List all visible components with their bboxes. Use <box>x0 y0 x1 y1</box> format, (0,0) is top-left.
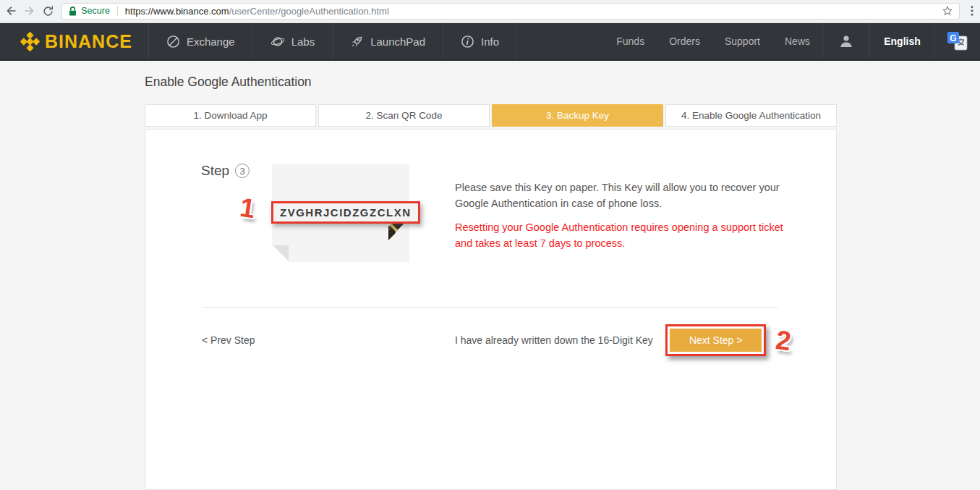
binance-diamond-icon <box>20 32 40 51</box>
binance-logo[interactable]: BINANCE <box>20 23 132 59</box>
binance-navbar: BINANCE Exchange Labs LaunchPad <box>0 23 980 61</box>
menu-item-labs[interactable]: Labs <box>252 23 333 59</box>
menu-item-info[interactable]: Info <box>443 23 517 59</box>
next-step-button[interactable]: Next Step > <box>670 329 762 352</box>
back-arrow-icon <box>4 4 17 17</box>
menu-item-exchange[interactable]: Exchange <box>148 23 252 59</box>
url-path: /userCenter/googleAuthentication.html <box>229 6 389 17</box>
menu-item-news[interactable]: News <box>772 23 822 59</box>
bookmark-star-icon[interactable] <box>942 5 953 17</box>
omnibox-divider <box>117 6 118 16</box>
language-label: English <box>884 35 921 47</box>
browser-menu-button[interactable] <box>964 1 980 21</box>
paper-fold-cut <box>272 245 289 262</box>
forward-arrow-icon <box>23 4 36 17</box>
menu-item-label: LaunchPad <box>370 35 425 48</box>
menu-item-funds[interactable]: Funds <box>604 23 657 59</box>
lock-icon <box>68 6 77 17</box>
next-step-group: I have already written down the 16-Digit… <box>455 324 791 356</box>
translate-icon: G <box>947 31 968 51</box>
url-text: https://www.binance.com/userCenter/googl… <box>125 6 389 17</box>
info-icon <box>461 35 474 48</box>
exchange-icon <box>166 35 180 48</box>
step-tabs: 1. Download App 2. Scan QR Code 3. Backu… <box>145 104 837 127</box>
reload-button[interactable] <box>41 1 56 21</box>
reset-warning: Resetting your Google Authentication req… <box>455 219 788 252</box>
next-annotation-box: Next Step > <box>665 324 767 356</box>
step-heading: Step 3 <box>201 163 250 179</box>
page-title: Enable Google Authentication <box>145 75 312 90</box>
tab-scan-qr-code[interactable]: 2. Scan QR Code <box>318 104 490 127</box>
address-bar[interactable]: Secure https://www.binance.com/userCente… <box>61 3 960 20</box>
divider <box>202 307 778 308</box>
key-annotation-box: ZVGHRJCIDZGZCLXN <box>271 201 420 224</box>
svg-text:G: G <box>950 33 956 43</box>
menu-item-orders[interactable]: Orders <box>657 23 712 59</box>
menu-item-label: Exchange <box>187 35 235 48</box>
reload-icon <box>42 5 54 17</box>
brand-name: BINANCE <box>45 31 132 52</box>
main-menu: Exchange Labs LaunchPad Info <box>148 23 517 59</box>
labs-icon <box>270 35 285 48</box>
menu-item-label: Labs <box>291 35 315 48</box>
secure-label: Secure <box>81 6 110 16</box>
translate-button[interactable]: G <box>935 23 980 59</box>
navbar-right: Funds Orders Support News English G <box>604 23 980 59</box>
menu-item-label: Orders <box>669 35 700 47</box>
back-button[interactable] <box>3 1 19 21</box>
tab-backup-key[interactable]: 3. Backup Key <box>492 104 663 127</box>
language-selector[interactable]: English <box>870 23 935 59</box>
confirm-written-text: I have already written down the 16-Digit… <box>455 334 653 346</box>
url-host: https://www.binance.com <box>125 6 229 17</box>
annotation-marker-1: 1 <box>239 194 257 223</box>
annotation-marker-2: 2 <box>775 326 793 355</box>
save-key-instruction: Please save this Key on paper. This Key … <box>455 179 782 212</box>
step-word: Step <box>201 163 229 179</box>
menu-item-label: Info <box>481 35 499 48</box>
forward-button[interactable] <box>22 1 38 21</box>
menu-item-label: News <box>785 35 810 47</box>
user-icon <box>838 33 855 50</box>
footer-actions: < Prev Step I have already written down … <box>202 322 791 358</box>
backup-key-value: ZVGHRJCIDZGZCLXN <box>274 204 417 221</box>
three-dots-icon <box>967 5 977 17</box>
tab-enable-google-authentication[interactable]: 4. Enable Google Authentication <box>665 104 837 127</box>
step-number-badge: 3 <box>235 164 250 178</box>
content-panel: Step 3 ZVGHRJCIDZGZCLXN 1 Please save th… <box>145 129 837 490</box>
menu-item-label: Funds <box>616 35 644 47</box>
prev-step-link[interactable]: < Prev Step <box>202 334 255 346</box>
menu-item-label: Support <box>725 35 760 47</box>
account-button[interactable] <box>822 23 870 59</box>
tab-download-app[interactable]: 1. Download App <box>145 104 316 127</box>
browser-toolbar: Secure https://www.binance.com/userCente… <box>0 0 980 22</box>
menu-item-launchpad[interactable]: LaunchPad <box>332 23 443 59</box>
menu-item-support[interactable]: Support <box>712 23 772 59</box>
launchpad-icon <box>350 35 364 48</box>
